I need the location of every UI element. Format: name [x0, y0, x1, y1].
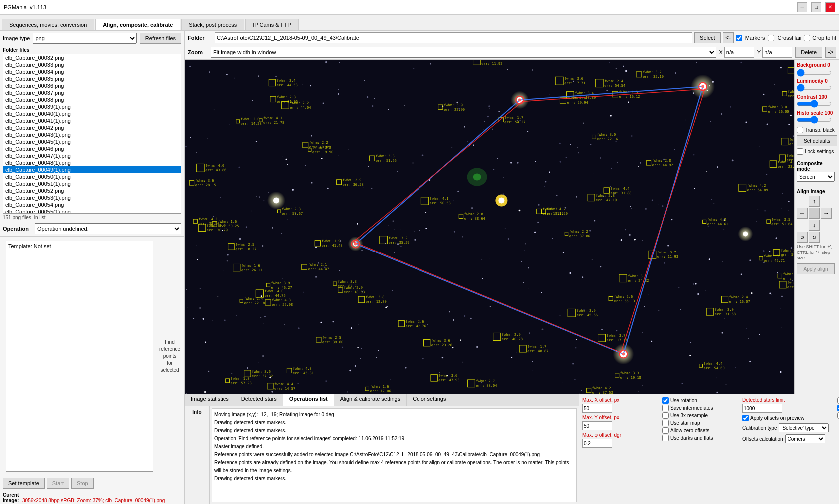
select-folder-button[interactable]: Select: [694, 32, 721, 43]
list-item[interactable]: clb_Capture_00048(1).png: [3, 159, 181, 166]
use-darks-checkbox[interactable]: [662, 435, 669, 441]
maximize-button[interactable]: □: [811, 2, 821, 12]
max-phi-input[interactable]: [582, 439, 612, 448]
arrow-down-button[interactable]: ↓: [809, 220, 820, 231]
delete-button[interactable]: Delete: [795, 47, 822, 58]
luminocity-slider[interactable]: [797, 84, 832, 92]
use-rotation-label: Use rotation: [670, 398, 697, 403]
contrast-slider[interactable]: [797, 100, 832, 108]
list-item[interactable]: clb_Capture_00046.png: [3, 145, 181, 152]
transp-black-row: Transp. black: [797, 127, 837, 133]
image-canvas[interactable]: [185, 60, 794, 394]
tab-image-stats[interactable]: Image statistics: [185, 394, 235, 406]
apply-align-button[interactable]: Apply align: [797, 263, 835, 274]
tab-ipcams[interactable]: IP Cams & FTP: [245, 19, 298, 30]
draw-lines-checkbox[interactable]: [837, 405, 839, 411]
stop-button[interactable]: Stop: [71, 478, 94, 489]
lock-settings-label: Lock settings: [805, 149, 834, 154]
y-input[interactable]: [762, 47, 792, 58]
lock-settings-checkbox[interactable]: [797, 148, 803, 155]
composite-mode-select[interactable]: Screen Add Multiply Overlay: [797, 172, 835, 182]
list-item[interactable]: clb_Capture_00036.png: [3, 82, 181, 89]
max-x-input[interactable]: [582, 404, 612, 413]
list-item[interactable]: clb_Capture_00037.png: [3, 89, 181, 96]
save-intermediates-checkbox[interactable]: [662, 405, 669, 411]
folder-path-input[interactable]: [215, 32, 692, 43]
use-star-map-checkbox[interactable]: [662, 420, 669, 426]
list-item[interactable]: clb_Capture_00052.png: [3, 187, 181, 194]
list-item[interactable]: clb_Capture_00053(1).png: [3, 194, 181, 201]
tab-stack[interactable]: Stack, post process: [181, 19, 244, 30]
list-item[interactable]: clb_Capture_00033.png: [3, 61, 181, 68]
list-item[interactable]: clb_Capture_00035.png: [3, 75, 181, 82]
background-slider[interactable]: [797, 69, 832, 77]
align-image-section: Align image ↑ ← → ↓ ↺ ↻: [797, 186, 837, 274]
arrow-left-button[interactable]: ←: [797, 208, 808, 219]
x-input[interactable]: [724, 47, 754, 58]
max-x-offset-row: Max. X offset, px: [582, 397, 656, 403]
crosshair-checkbox[interactable]: [768, 35, 774, 41]
list-item[interactable]: clb_Capture_00055(1).png: [3, 208, 181, 214]
list-item[interactable]: clb_Capture_00040(1).png: [3, 110, 181, 117]
arrow-placeholder3: [797, 220, 808, 231]
list-item[interactable]: clb_Capture_00042.png: [3, 124, 181, 131]
tab-sequences[interactable]: Sequences, movies, conversion: [2, 19, 94, 30]
zoom-select[interactable]: Fit image width in window 25% 37% 50% 75…: [211, 47, 716, 58]
log-area[interactable]: Moving image (x,y): -12, -19; Rotating i…: [212, 408, 577, 502]
minimize-button[interactable]: ─: [797, 2, 807, 12]
histo-scale-slider[interactable]: [797, 116, 832, 124]
image-type-select[interactable]: png jpg tif fit: [33, 33, 136, 44]
offsets-calc-select[interactable]: Comers Grid Uniform: [785, 434, 825, 443]
list-item[interactable]: clb_Capture_00034.png: [3, 68, 181, 75]
stars-redetect-checkbox[interactable]: [837, 397, 839, 404]
folder-file-list[interactable]: clb_Capture_00032.png clb_Capture_00033.…: [3, 54, 181, 214]
tab-align[interactable]: Align, composite, calibrate: [95, 19, 180, 30]
markers-checkbox[interactable]: [736, 35, 742, 41]
rotate-cw-button[interactable]: ↻: [809, 232, 820, 243]
apply-offsets-checkbox[interactable]: [742, 415, 749, 421]
set-defaults-button[interactable]: Set defaults: [797, 135, 837, 146]
arrow-right-button[interactable]: →: [821, 208, 832, 219]
forward-button[interactable]: ->: [825, 47, 836, 58]
composite-mode-label: Composite mode: [797, 161, 837, 172]
list-item[interactable]: clb_Capture_00045(1).png: [3, 138, 181, 145]
composite-mode-section: Composite mode Screen Add Multiply Overl…: [797, 159, 837, 182]
list-item[interactable]: clb_Capture_00032.png: [3, 54, 181, 61]
template-text: Template: Not set: [8, 243, 151, 249]
operation-select[interactable]: Operation undefined.: [35, 223, 181, 234]
tab-detected-stars[interactable]: Detected stars: [235, 394, 283, 406]
list-item[interactable]: clb_Capture_00041(1).png: [3, 117, 181, 124]
use-3x-checkbox[interactable]: [662, 412, 669, 419]
tab-operations-list[interactable]: Operations list: [283, 394, 334, 406]
list-item[interactable]: clb_Capture_00047(1).png: [3, 152, 181, 159]
list-item[interactable]: clb_Capture_00038.png: [3, 96, 181, 103]
list-item[interactable]: clb_Capture_00043(1).png: [3, 131, 181, 138]
histo-scale-section: Histo scale 100: [797, 110, 837, 125]
list-item[interactable]: clb_Capture_00051(1).png: [3, 180, 181, 187]
start-button[interactable]: Start: [47, 478, 69, 489]
list-item-selected[interactable]: clb_Capture_00049(1).png: [3, 166, 181, 173]
set-template-button[interactable]: Set template: [3, 478, 45, 489]
max-y-input[interactable]: [582, 421, 612, 430]
arrow-up-button[interactable]: ↑: [809, 196, 820, 207]
tab-color-settings[interactable]: Color settings: [407, 394, 452, 406]
arrow-placeholder2: [821, 196, 832, 207]
transp-black-checkbox[interactable]: [797, 127, 803, 133]
back-button[interactable]: <-: [723, 32, 734, 43]
action-buttons: Set template Start Stop: [0, 476, 184, 491]
list-item[interactable]: clb_Capture_00054.png: [3, 201, 181, 208]
list-item[interactable]: clb_Capture_00039(1).png: [3, 103, 181, 110]
tab-align-calibrate[interactable]: Align & calibrate settings: [334, 394, 407, 406]
calibration-type-select[interactable]: 'Selective' type: [779, 423, 829, 432]
rotate-ccw-button[interactable]: ↺: [797, 232, 808, 243]
crop-checkbox[interactable]: [804, 35, 810, 41]
use-rotation-checkbox[interactable]: [662, 397, 669, 404]
refresh-files-button[interactable]: Refresh files: [140, 33, 181, 44]
max-y-input-row: [582, 421, 656, 430]
operation-row: Operation Operation undefined.: [0, 221, 184, 237]
allow-zero-checkbox[interactable]: [662, 427, 669, 434]
close-button[interactable]: ✕: [825, 2, 835, 12]
list-item[interactable]: clb_Capture_00050(1).png: [3, 173, 181, 180]
detected-stars-input[interactable]: [742, 404, 782, 413]
save-to-log-checkbox[interactable]: [837, 412, 839, 419]
